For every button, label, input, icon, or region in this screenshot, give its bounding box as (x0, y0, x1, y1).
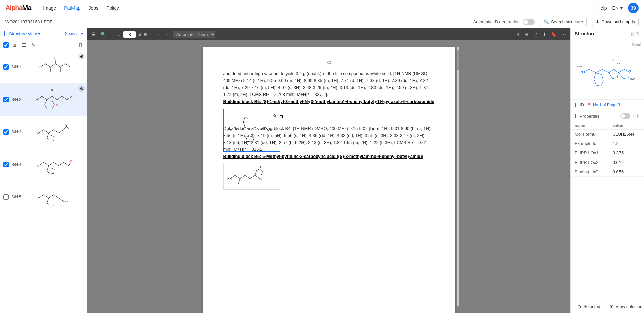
page-total: of 98 (138, 32, 147, 37)
molecule-image: N N (27, 119, 84, 145)
help-link[interactable]: Help (597, 5, 607, 11)
svg-line-114 (618, 73, 623, 79)
item-checkbox[interactable] (3, 97, 9, 102)
toggle-sidebar-button[interactable]: ☰ (90, 31, 97, 38)
id-value: 📍 No.1 of Page 3 (587, 103, 620, 107)
svg-line-12 (42, 96, 47, 100)
print-button[interactable]: 🖨 (532, 31, 539, 38)
svg-text:H₃C: H₃C (630, 78, 635, 81)
eye-icon: 👁 (609, 304, 614, 309)
minus-circle-icon: ⊖ (577, 304, 581, 309)
show-all-button[interactable]: Show all ▾ (65, 31, 83, 36)
bookmark-button[interactable]: 🔖 (550, 31, 558, 38)
svg-line-16 (62, 96, 67, 100)
nav-jobs[interactable]: Jobs (89, 4, 99, 12)
list-view-icon[interactable]: ☰ (20, 41, 28, 49)
svg-line-42 (39, 162, 44, 166)
view-selected-button[interactable]: 👁 View selected (607, 300, 644, 313)
delete-structure-icon[interactable]: 🗑 (279, 113, 284, 119)
svg-line-28 (39, 130, 44, 133)
nav-patmap[interactable]: PatMap (64, 4, 80, 12)
chiral-label: Chiral (632, 43, 641, 46)
building-block-b6-heading: Building block B6: 6-Methyl-pyridine-2-c… (223, 153, 435, 160)
item-checkbox[interactable] (3, 162, 9, 167)
building-block-b5-heading: Building block B5: (S)-1-ethyl-3-methyl-… (223, 98, 435, 105)
nav-image[interactable]: Image (43, 4, 56, 12)
list-item[interactable]: S/N:2 N (0, 83, 87, 116)
item-checkbox[interactable] (3, 64, 9, 70)
add-property-icon[interactable]: + (632, 113, 635, 119)
svg-line-120 (596, 73, 602, 75)
page-number-input[interactable]: 3 (123, 31, 136, 38)
edit-icon[interactable]: ✎ (30, 41, 37, 49)
svg-line-46 (59, 162, 64, 166)
auto-id-toggle[interactable] (523, 19, 535, 25)
svg-line-53 (51, 168, 54, 169)
location-icon: 📍 (587, 103, 592, 107)
right-panel: Structure ⎘ ✎ Chiral (570, 28, 644, 313)
fit-width-button[interactable]: ⊞ (523, 31, 530, 38)
svg-text:NH₂: NH₂ (63, 200, 68, 203)
selected-button[interactable]: ⊖ Selected (571, 300, 607, 313)
svg-line-118 (601, 81, 603, 86)
zoom-icon[interactable]: ⊕ (78, 53, 85, 60)
col-value-header: value (609, 122, 644, 130)
list-item[interactable]: S/N:1 N O ⊕ (0, 51, 87, 83)
zoom-select[interactable]: Automatic Zoom (173, 31, 215, 38)
item-checkbox[interactable] (3, 129, 9, 135)
delete-icon[interactable]: 🗑 (78, 42, 84, 48)
edit-icon[interactable]: ✎ (636, 31, 640, 36)
item-label: S/N:1 (11, 65, 24, 69)
more-tools-button[interactable]: ⋯ (560, 31, 567, 38)
molecule-image: N O (27, 151, 84, 178)
copy-icon[interactable]: ⎘ (631, 31, 633, 36)
zoom-icon[interactable]: ⊕ (78, 85, 85, 92)
next-page-button[interactable]: ↓ (116, 31, 121, 38)
svg-line-119 (602, 75, 603, 81)
svg-line-43 (44, 162, 49, 166)
svg-line-59 (54, 195, 59, 198)
properties-toggle[interactable] (620, 113, 630, 119)
pdf-content[interactable]: - 80 - and dried under high vacuum to yi… (87, 40, 570, 313)
list-item[interactable]: S/N:3 N N (0, 116, 87, 148)
copy-properties-icon[interactable]: ⎘ (637, 114, 640, 119)
edit-structure-icon[interactable]: ✎ (273, 113, 277, 119)
svg-line-17 (67, 96, 72, 100)
svg-line-115 (594, 73, 596, 79)
svg-line-105 (609, 69, 614, 73)
download-pdf-button[interactable]: ⬇ (541, 31, 548, 38)
search-structure-button[interactable]: 🔍 Search structure (540, 18, 587, 26)
item-checkbox[interactable] (3, 194, 9, 200)
item-label: S/N:4 (11, 162, 24, 167)
svg-line-87 (235, 175, 240, 179)
svg-line-89 (245, 175, 250, 179)
svg-line-15 (57, 96, 62, 100)
svg-line-23 (52, 105, 54, 109)
svg-text:N: N (36, 98, 38, 101)
svg-line-94 (260, 169, 263, 171)
svg-line-91 (255, 175, 260, 179)
svg-line-51 (50, 173, 54, 174)
chevron-down-icon: ▾ (81, 31, 83, 36)
item-label: S/N:5 (11, 195, 24, 199)
list-item[interactable]: S/N:5 O NH₂ (0, 181, 87, 213)
download-button[interactable]: ⬇ Download cmpds (592, 18, 639, 26)
zoom-out-button[interactable]: − (154, 30, 161, 38)
prop-name: FLIPR hOx1 (571, 148, 609, 158)
fit-page-button[interactable]: ⊡ (514, 31, 521, 38)
prev-page-button[interactable]: ↑ (109, 31, 114, 38)
language-selector[interactable]: EN ▾ (612, 5, 623, 11)
download-icon: ⬇ (596, 19, 599, 24)
find-button[interactable]: 🔍 (99, 31, 107, 38)
zoom-in-button[interactable]: + (163, 30, 170, 38)
svg-text:N: N (38, 66, 40, 69)
user-avatar[interactable]: 39 (628, 3, 639, 13)
svg-text:N: N (629, 69, 631, 73)
grid-view-icon[interactable]: ⊞ (11, 41, 18, 49)
svg-line-36 (47, 138, 50, 141)
list-item[interactable]: S/N:4 N O (0, 148, 87, 181)
svg-text:O: O (260, 177, 262, 180)
select-all-checkbox[interactable] (3, 42, 9, 48)
nav-policy[interactable]: Policy (106, 4, 119, 12)
sidebar-toolbar: ⊞ ☰ ✎ 🗑 (0, 39, 87, 51)
